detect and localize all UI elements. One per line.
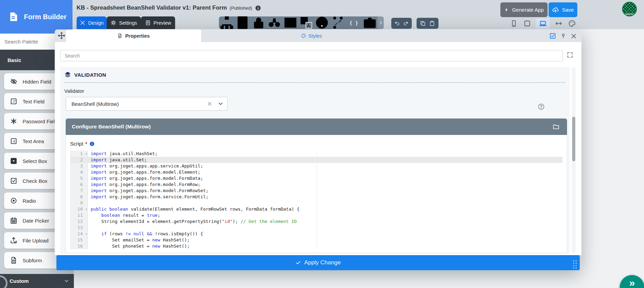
folder-icon[interactable] <box>553 123 560 130</box>
save-button[interactable]: Save <box>549 2 577 17</box>
code-line[interactable]: 13 <box>70 225 563 231</box>
app-title: Form Builder <box>24 13 66 21</box>
find-icon[interactable] <box>266 15 282 30</box>
code-line[interactable]: 16 Set phoneSet = new HashSet(); <box>70 243 563 249</box>
expand-panel-fab[interactable]: » <box>620 275 644 288</box>
palette-item-label: Hidden Field <box>23 79 51 85</box>
fold-arrow-icon[interactable]: ▾ <box>86 151 87 157</box>
undo-icon[interactable] <box>394 21 400 26</box>
code-editor[interactable]: 1▾import java.util.HashSet;2import java.… <box>70 151 563 249</box>
code-line[interactable]: 12 String elementId = element.getPropert… <box>70 218 563 225</box>
tab-settings-label: Settings <box>119 20 137 26</box>
chevron-down-icon <box>64 278 69 284</box>
line-number: 1▾ <box>70 151 88 157</box>
code-line[interactable]: 15 Set emailSet = new HashSet(); <box>70 237 563 243</box>
validation-title: VALIDATION <box>74 72 106 78</box>
drag-handle-icon[interactable] <box>58 32 65 39</box>
line-number: 15 <box>70 237 88 243</box>
apply-change-button[interactable]: Apply Change <box>56 255 580 270</box>
section-basic-label: Basic <box>8 57 21 63</box>
info-icon[interactable] <box>255 5 261 11</box>
apply-change-label: Apply Change <box>304 259 341 266</box>
generate-app-button[interactable]: Generate App <box>500 2 548 17</box>
cloud-upload-icon <box>552 7 559 13</box>
code-text: import org.joget.apps.form.model.Element… <box>88 169 200 175</box>
validator-select[interactable]: BeanShell (Multirow) <box>66 97 228 111</box>
code-line[interactable]: 6import org.joget.apps.form.model.FormRo… <box>70 181 563 188</box>
help-icon[interactable] <box>314 15 330 30</box>
close-icon[interactable] <box>570 33 577 39</box>
section-custom-label: Custom <box>10 278 29 284</box>
dialog-scrollbar[interactable] <box>572 67 576 254</box>
device-theme-icon[interactable] <box>567 18 577 28</box>
code-line[interactable]: 10▾public boolean validate(Element eleme… <box>70 206 563 212</box>
generate-app-label: Generate App <box>512 7 544 13</box>
line-number: 16 <box>70 243 88 249</box>
sidebar-section-custom[interactable]: Custom <box>0 274 74 288</box>
properties-search-input[interactable] <box>60 50 563 61</box>
help-icon[interactable] <box>538 103 545 110</box>
code-line[interactable]: 2import java.util.Set; <box>70 157 563 163</box>
version-icon[interactable] <box>330 15 346 30</box>
layers-icon <box>64 71 71 78</box>
checkbox-icon[interactable] <box>549 33 556 39</box>
tab-preview[interactable]: Preview <box>141 16 175 29</box>
text-field-icon: T <box>10 98 17 105</box>
lock-icon[interactable] <box>251 15 266 30</box>
code-line[interactable]: 9 <box>70 200 563 206</box>
tab-design[interactable]: Design <box>77 16 107 29</box>
design-icon <box>80 20 86 26</box>
screenshot-icon[interactable] <box>362 15 378 30</box>
mobile-icon <box>510 20 518 27</box>
line-number: 13 <box>70 225 88 231</box>
form-builder-logo: Form Builder <box>0 0 73 34</box>
line-number: 5 <box>70 175 88 181</box>
pin-icon[interactable] <box>561 33 566 39</box>
code-text: public boolean validate(Element element,… <box>88 206 300 212</box>
table-icon[interactable] <box>282 15 298 30</box>
code-line[interactable]: 3import org.joget.apps.app.service.AppUt… <box>70 163 563 169</box>
svg-text:A: A <box>12 139 15 143</box>
code-line[interactable]: 7import org.joget.apps.form.model.FormRo… <box>70 188 563 194</box>
script-info-icon[interactable] <box>89 141 95 147</box>
code-line[interactable]: 4import org.joget.apps.form.model.Elemen… <box>70 169 563 175</box>
clear-icon[interactable] <box>207 101 212 106</box>
localization-icon[interactable] <box>298 15 314 30</box>
tab-styles[interactable]: Styles <box>201 29 422 42</box>
code-line[interactable]: 1▾import java.util.HashSet; <box>70 151 563 157</box>
device-desktop-icon[interactable] <box>536 18 550 28</box>
form-id-icon[interactable] <box>235 15 250 30</box>
sitemap-icon[interactable] <box>219 15 235 30</box>
toolbar-more-button[interactable] <box>378 16 384 29</box>
redo-icon[interactable] <box>403 21 409 26</box>
copy-icon[interactable] <box>420 21 426 26</box>
code-line[interactable]: 14▾ if (rows != null && !rows.isEmpty())… <box>70 231 563 237</box>
json-icon[interactable]: { } <box>346 20 362 26</box>
code-line[interactable]: 11 boolean result = true; <box>70 212 563 218</box>
tab-settings[interactable]: Settings <box>107 16 141 29</box>
line-number: 4 <box>70 169 88 175</box>
dialog-tab-strip: Properties Styles <box>55 29 581 42</box>
validator-value: BeanShell (Multirow) <box>71 101 207 107</box>
device-width-icon[interactable] <box>554 18 563 28</box>
device-tablet-icon[interactable] <box>522 18 532 28</box>
user-avatar[interactable]: admin <box>622 2 637 16</box>
device-mobile-icon[interactable] <box>509 18 518 28</box>
paste-icon[interactable] <box>429 21 435 26</box>
tab-properties[interactable]: Properties <box>66 29 201 42</box>
code-text: if (rows != null && !rows.isEmpty()) { <box>88 231 203 237</box>
check-icon <box>295 260 301 265</box>
palette-item-label: Text Field <box>23 99 44 104</box>
fold-arrow-icon[interactable]: ▾ <box>86 231 87 237</box>
code-text: import org.joget.apps.form.model.FormRow… <box>88 181 200 188</box>
code-line[interactable]: 5import org.joget.apps.form.model.FormDa… <box>70 175 563 181</box>
select-chevron-icon[interactable] <box>218 101 223 107</box>
code-text: import org.joget.apps.form.model.FormDat… <box>88 175 203 181</box>
subform-icon <box>10 256 17 264</box>
scrollbar-thumb[interactable] <box>572 117 575 161</box>
resize-grip[interactable] <box>572 259 577 268</box>
radio-icon <box>10 197 17 204</box>
code-line[interactable]: 8import org.joget.apps.form.service.Form… <box>70 194 563 200</box>
expand-icon[interactable] <box>567 52 573 58</box>
fold-arrow-icon[interactable]: ▾ <box>86 206 87 212</box>
